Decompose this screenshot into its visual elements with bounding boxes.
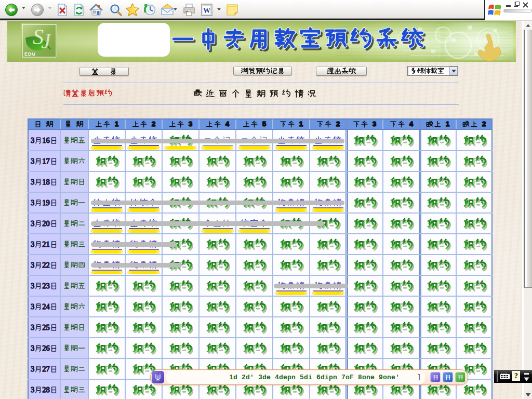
svg-text:J: J — [41, 29, 52, 53]
svg-text:18: 18 — [42, 178, 50, 186]
svg-text:3: 3 — [31, 240, 34, 248]
svg-text:1: 1 — [446, 120, 450, 128]
svg-text:4: 4 — [409, 120, 413, 128]
svg-text:2: 2 — [151, 120, 155, 128]
svg-text:3: 3 — [188, 120, 192, 128]
svg-text:26: 26 — [42, 344, 50, 352]
svg-text:3: 3 — [31, 365, 34, 373]
svg-text:24: 24 — [42, 302, 50, 311]
svg-text:27: 27 — [42, 365, 50, 373]
svg-text:3: 3 — [31, 136, 34, 144]
svg-text:1: 1 — [114, 120, 118, 128]
svg-text:21: 21 — [42, 240, 50, 248]
svg-text:23: 23 — [42, 282, 50, 290]
svg-text:3: 3 — [31, 282, 34, 290]
svg-text:W: W — [203, 7, 210, 15]
svg-text:3: 3 — [31, 219, 34, 228]
svg-text:4: 4 — [225, 120, 229, 128]
svg-text:17: 17 — [42, 157, 50, 165]
svg-text:16: 16 — [42, 136, 50, 144]
svg-text:2: 2 — [336, 120, 340, 128]
svg-text:3: 3 — [31, 198, 34, 207]
svg-text:3: 3 — [31, 157, 34, 165]
svg-text:3: 3 — [31, 385, 34, 394]
svg-text:2: 2 — [482, 120, 486, 128]
svg-text:3: 3 — [31, 178, 34, 186]
svg-text:1: 1 — [299, 120, 303, 128]
svg-text:EDU: EDU — [24, 51, 36, 57]
svg-text:19: 19 — [42, 198, 50, 207]
svg-text:3: 3 — [373, 120, 377, 128]
svg-text:3: 3 — [31, 323, 34, 331]
svg-text:5: 5 — [262, 120, 266, 128]
svg-text:3: 3 — [31, 344, 34, 352]
svg-text:25: 25 — [42, 323, 50, 331]
svg-text:22: 22 — [42, 261, 50, 269]
svg-text:3: 3 — [31, 261, 34, 269]
svg-text:28: 28 — [42, 385, 50, 394]
svg-text:3: 3 — [31, 302, 34, 311]
svg-text:20: 20 — [42, 219, 50, 228]
